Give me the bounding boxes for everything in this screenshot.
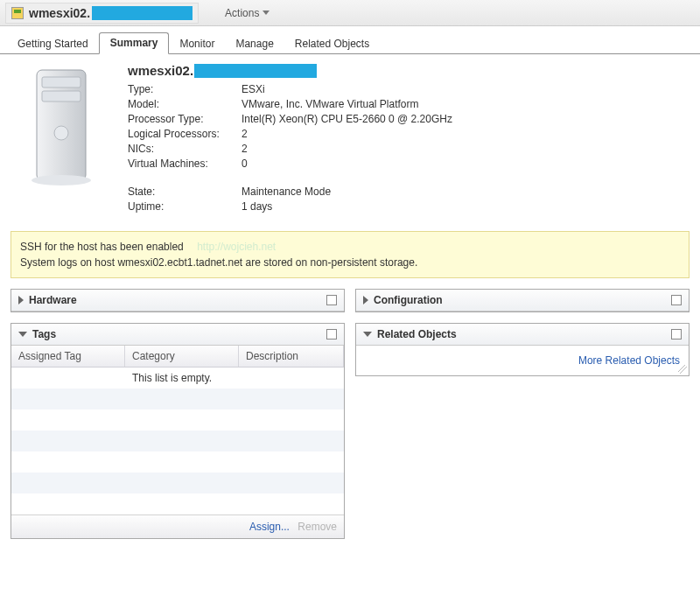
table-row bbox=[11, 472, 344, 494]
panels-area: Hardware Tags Assigned Tag Category Desc… bbox=[0, 282, 700, 550]
title-bar: wmesxi02. Actions bbox=[0, 0, 700, 26]
tab-related-objects[interactable]: Related Objects bbox=[284, 34, 380, 54]
maximize-icon[interactable] bbox=[326, 295, 337, 305]
label-uptime: Uptime: bbox=[128, 200, 242, 213]
value-type: ESXi bbox=[242, 83, 265, 95]
svg-rect-1 bbox=[42, 77, 80, 88]
panel-tags-title: Tags bbox=[32, 328, 56, 340]
warning-line-2: System logs on host wmesxi02.ecbt1.tadne… bbox=[20, 255, 680, 270]
panel-tags-header[interactable]: Tags bbox=[11, 324, 344, 346]
tags-header-row: Assigned Tag Category Description bbox=[11, 346, 344, 368]
warning-banner: SSH for the host has been enabled http:/… bbox=[10, 231, 690, 278]
maximize-icon[interactable] bbox=[326, 329, 337, 340]
table-row bbox=[11, 430, 344, 452]
tags-body: Assigned Tag Category Description This l… bbox=[11, 346, 344, 538]
chevron-down-icon bbox=[262, 10, 270, 15]
redacted-hostname-2 bbox=[194, 64, 317, 78]
value-logical-processors: 2 bbox=[242, 128, 248, 140]
actions-menu[interactable]: Actions bbox=[225, 7, 270, 19]
expand-icon bbox=[18, 296, 24, 304]
summary-host-heading: wmesxi02. bbox=[128, 63, 452, 78]
right-column: Configuration Related Objects More Relat… bbox=[355, 289, 690, 539]
panel-related-objects: Related Objects More Related Objects bbox=[355, 323, 690, 376]
collapse-icon bbox=[18, 332, 27, 337]
actions-label: Actions bbox=[225, 7, 259, 19]
collapse-icon bbox=[363, 332, 372, 337]
table-row bbox=[11, 410, 344, 430]
panel-tags: Tags Assigned Tag Category Description T… bbox=[10, 323, 345, 539]
summary-content: wmesxi02. Type:ESXi Model:VMware, Inc. V… bbox=[0, 54, 700, 228]
label-type: Type: bbox=[128, 83, 242, 95]
summary-host-name: wmesxi02. bbox=[128, 63, 193, 78]
tab-getting-started[interactable]: Getting Started bbox=[7, 34, 99, 54]
panel-related-objects-title: Related Objects bbox=[377, 328, 457, 340]
host-title: wmesxi02. bbox=[5, 3, 199, 24]
expand-icon bbox=[363, 296, 368, 304]
label-vms: Virtual Machines: bbox=[128, 158, 242, 170]
more-related-objects-link[interactable]: More Related Objects bbox=[578, 354, 680, 367]
value-model: VMware, Inc. VMware Virtual Platform bbox=[242, 98, 419, 110]
maximize-icon[interactable] bbox=[671, 329, 682, 340]
tab-summary[interactable]: Summary bbox=[99, 32, 170, 54]
remove-link: Remove bbox=[298, 521, 337, 533]
host-icon bbox=[11, 7, 24, 19]
maximize-icon[interactable] bbox=[671, 295, 682, 305]
panel-configuration-title: Configuration bbox=[374, 294, 443, 306]
svg-rect-2 bbox=[42, 91, 80, 102]
table-row bbox=[11, 452, 344, 472]
svg-point-4 bbox=[32, 175, 91, 186]
label-nics: NICs: bbox=[128, 143, 242, 155]
warning-line-1: SSH for the host has been enabled bbox=[20, 241, 184, 253]
panel-configuration-header[interactable]: Configuration bbox=[356, 290, 689, 312]
value-nics: 2 bbox=[242, 143, 248, 155]
value-cpu: Intel(R) Xeon(R) CPU E5-2660 0 @ 2.20GHz bbox=[242, 113, 452, 125]
panel-hardware-header[interactable]: Hardware bbox=[11, 290, 344, 312]
table-row bbox=[11, 388, 344, 410]
table-row: This list is empty. bbox=[11, 368, 344, 388]
label-cpu: Processor Type: bbox=[128, 113, 242, 125]
panel-configuration: Configuration bbox=[355, 289, 690, 312]
panel-related-objects-header[interactable]: Related Objects bbox=[356, 324, 689, 346]
tabs-bar: Getting Started Summary Monitor Manage R… bbox=[0, 28, 700, 54]
value-state: Maintenance Mode bbox=[242, 186, 331, 198]
panel-hardware: Hardware bbox=[10, 289, 345, 312]
server-image bbox=[21, 65, 102, 215]
col-category[interactable]: Category bbox=[125, 346, 239, 367]
host-name-text: wmesxi02. bbox=[29, 6, 90, 20]
assign-link[interactable]: Assign... bbox=[249, 521, 290, 533]
col-description[interactable]: Description bbox=[239, 346, 344, 367]
left-column: Hardware Tags Assigned Tag Category Desc… bbox=[10, 289, 345, 539]
watermark-text: http://wojcieh.net bbox=[197, 241, 276, 253]
redacted-hostname bbox=[92, 6, 192, 20]
svg-point-3 bbox=[54, 126, 68, 140]
tags-footer: Assign... Remove bbox=[11, 514, 344, 538]
tags-empty-text: This list is empty. bbox=[125, 372, 239, 384]
tab-monitor[interactable]: Monitor bbox=[169, 34, 225, 54]
panel-hardware-title: Hardware bbox=[29, 294, 77, 306]
resize-grip-icon[interactable] bbox=[678, 365, 687, 374]
tab-manage[interactable]: Manage bbox=[225, 34, 284, 54]
table-row bbox=[11, 494, 344, 514]
label-state: State: bbox=[128, 186, 242, 198]
summary-properties: wmesxi02. Type:ESXi Model:VMware, Inc. V… bbox=[128, 63, 452, 215]
value-uptime: 1 days bbox=[242, 200, 272, 213]
label-logical-processors: Logical Processors: bbox=[128, 128, 242, 140]
col-assigned-tag[interactable]: Assigned Tag bbox=[11, 346, 125, 367]
tags-rows: This list is empty. bbox=[11, 368, 344, 514]
value-vms: 0 bbox=[242, 158, 248, 170]
related-objects-body: More Related Objects bbox=[356, 346, 689, 375]
label-model: Model: bbox=[128, 98, 242, 110]
